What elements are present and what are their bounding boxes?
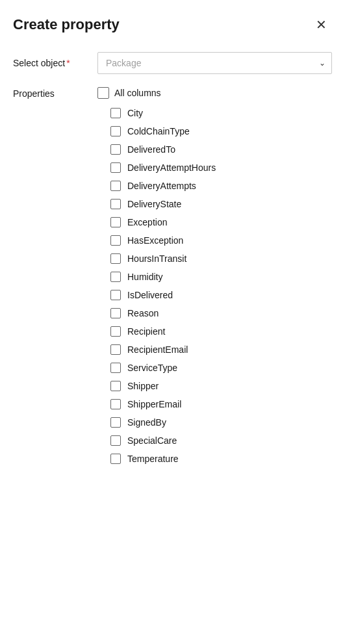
property-checkbox-shipper[interactable] xyxy=(110,381,121,391)
property-label-deliverystate[interactable]: DeliveryState xyxy=(127,199,181,209)
list-item: ServiceType xyxy=(97,359,332,377)
list-item: ShipperEmail xyxy=(97,395,332,413)
select-object-field[interactable]: Package xyxy=(97,52,332,74)
list-item: Shipper xyxy=(97,377,332,395)
list-item: SignedBy xyxy=(97,413,332,431)
property-checkbox-deliverystate[interactable] xyxy=(110,199,121,209)
required-star: * xyxy=(66,58,70,68)
property-label-humidity[interactable]: Humidity xyxy=(127,272,162,282)
list-item: City xyxy=(97,104,332,122)
property-label-hoursintransit[interactable]: HoursInTransit xyxy=(127,253,186,264)
select-object-row: Select object* Package ⌄ xyxy=(13,52,332,74)
properties-list: All columns CityColdChainTypeDeliveredTo… xyxy=(97,87,332,468)
properties-section: Properties All columns CityColdChainType… xyxy=(13,87,332,468)
list-item: Temperature xyxy=(97,450,332,468)
all-columns-label[interactable]: All columns xyxy=(114,88,161,98)
property-checkbox-recipientemail[interactable] xyxy=(110,344,121,355)
property-checkbox-recipient[interactable] xyxy=(110,326,121,337)
property-label-servicetype[interactable]: ServiceType xyxy=(127,363,177,373)
property-label-recipient[interactable]: Recipient xyxy=(127,326,165,337)
property-label-deliveredto[interactable]: DeliveredTo xyxy=(127,144,175,155)
property-checkbox-deliveryattempts[interactable] xyxy=(110,181,121,191)
list-item: DeliveryState xyxy=(97,195,332,213)
panel-header: Create property ✕ xyxy=(13,16,332,34)
property-label-coldchaintype[interactable]: ColdChainType xyxy=(127,126,190,136)
property-label-signedby[interactable]: SignedBy xyxy=(127,417,166,428)
property-checkbox-servicetype[interactable] xyxy=(110,363,121,373)
property-label-shipperemail[interactable]: ShipperEmail xyxy=(127,399,181,409)
property-checkbox-humidity[interactable] xyxy=(110,272,121,282)
list-item: Exception xyxy=(97,213,332,231)
properties-label: Properties xyxy=(13,87,97,99)
close-button[interactable]: ✕ xyxy=(311,16,332,34)
select-object-wrapper: Package ⌄ xyxy=(97,52,332,74)
checkbox-items-container: CityColdChainTypeDeliveredToDeliveryAtte… xyxy=(97,104,332,468)
property-label-city[interactable]: City xyxy=(127,108,143,118)
list-item: Recipient xyxy=(97,322,332,341)
property-checkbox-hasexception[interactable] xyxy=(110,235,121,246)
list-item: Reason xyxy=(97,304,332,322)
property-checkbox-specialcare[interactable] xyxy=(110,435,121,446)
property-label-hasexception[interactable]: HasException xyxy=(127,235,183,246)
property-checkbox-exception[interactable] xyxy=(110,217,121,227)
property-label-reason[interactable]: Reason xyxy=(127,308,159,318)
property-checkbox-shipperemail[interactable] xyxy=(110,399,121,409)
property-checkbox-deliveredto[interactable] xyxy=(110,144,121,155)
create-property-panel: Create property ✕ Select object* Package… xyxy=(0,0,345,644)
panel-title: Create property xyxy=(13,16,120,33)
property-label-deliveryattempthours[interactable]: DeliveryAttemptHours xyxy=(127,162,216,173)
list-item: HoursInTransit xyxy=(97,250,332,268)
property-checkbox-deliveryattempthours[interactable] xyxy=(110,162,121,173)
property-label-temperature[interactable]: Temperature xyxy=(127,454,179,464)
list-item: DeliveryAttemptHours xyxy=(97,159,332,177)
property-label-recipientemail[interactable]: RecipientEmail xyxy=(127,344,188,355)
property-label-shipper[interactable]: Shipper xyxy=(127,381,159,391)
all-columns-checkbox[interactable] xyxy=(97,87,109,99)
property-checkbox-coldchaintype[interactable] xyxy=(110,126,121,136)
list-item: ColdChainType xyxy=(97,122,332,140)
property-checkbox-temperature[interactable] xyxy=(110,454,121,464)
list-item: IsDelivered xyxy=(97,286,332,304)
list-item: RecipientEmail xyxy=(97,341,332,359)
property-label-exception[interactable]: Exception xyxy=(127,217,167,227)
property-label-deliveryattempts[interactable]: DeliveryAttempts xyxy=(127,181,196,191)
property-checkbox-hoursintransit[interactable] xyxy=(110,253,121,264)
select-object-label: Select object* xyxy=(13,58,97,68)
list-item: DeliveryAttempts xyxy=(97,177,332,195)
list-item: Humidity xyxy=(97,268,332,286)
list-item: HasException xyxy=(97,231,332,250)
property-label-isdelivered[interactable]: IsDelivered xyxy=(127,290,173,300)
list-item: SpecialCare xyxy=(97,431,332,450)
property-checkbox-city[interactable] xyxy=(110,108,121,118)
property-checkbox-isdelivered[interactable] xyxy=(110,290,121,300)
property-label-specialcare[interactable]: SpecialCare xyxy=(127,435,177,446)
all-columns-row: All columns xyxy=(97,87,332,99)
list-item: DeliveredTo xyxy=(97,140,332,159)
property-checkbox-signedby[interactable] xyxy=(110,417,121,428)
property-checkbox-reason[interactable] xyxy=(110,308,121,318)
